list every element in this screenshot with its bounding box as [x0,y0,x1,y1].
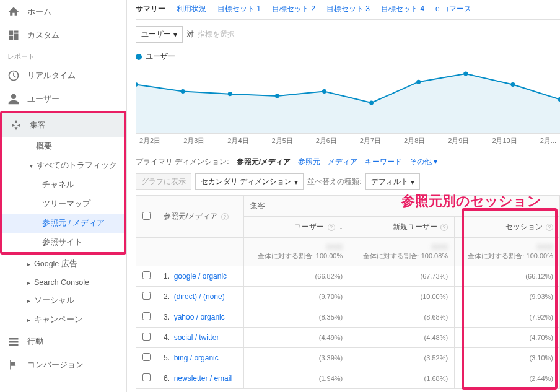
help-icon[interactable]: ? [440,224,448,231]
totals-user: 8888全体に対する割合: 100.00% [244,238,349,266]
help-icon[interactable]: ? [546,224,553,231]
row-checkbox[interactable] [142,353,151,361]
cell-new-user: (4.48%) [349,328,455,348]
row-checkbox[interactable] [142,373,151,381]
source-link[interactable]: newsletter / email [174,374,232,383]
table-row: 2. (direct) / (none)(9.70%)(10.00%)(9.93… [136,287,560,307]
cell-user: (8.35%) [244,307,349,328]
user-icon [7,93,20,105]
svg-point-7 [463,72,468,76]
tab-ecommerce[interactable]: e コマース [435,4,471,14]
cell-source: 5. bing / organic [157,348,244,368]
nav-conversion[interactable]: コンバージョン [0,353,126,377]
nav-overview[interactable]: 概要 [2,137,124,156]
cell-new-user: (3.52%) [349,348,455,368]
header-checkbox-cell [136,196,157,238]
header-new-user[interactable]: 新規ユーザー ? [349,217,455,238]
select-all-checkbox[interactable] [142,212,151,220]
nav-home[interactable]: ホーム [0,0,126,24]
vs-label: 対 [186,29,194,40]
line-chart[interactable] [136,66,560,134]
nav-label: 集客 [30,120,46,131]
sort-selector[interactable]: デフォルト ▾ [365,173,420,190]
totals-blank [136,238,244,266]
xaxis-tick: 2月10日 [492,136,517,146]
cell-new-user: (67.73%) [349,266,455,287]
dim-source[interactable]: 参照元 [298,157,320,167]
cell-source: 6. newsletter / email [157,368,244,389]
cell-user: (9.70%) [244,287,349,307]
source-link[interactable]: bing / organic [174,354,219,362]
cell-session: (7.92%) [455,307,560,328]
nav-label: Google 広告 [34,259,77,269]
secondary-dimension-selector[interactable]: セカンダリ ディメンション ▾ [195,173,304,190]
metric-selector[interactable]: ユーザー ▾ [136,26,183,43]
nav-label: 行動 [27,336,43,347]
nav-treemap[interactable]: ツリーマップ [2,194,124,214]
nav-source-media[interactable]: 参照元 / メディア [2,214,124,233]
nav-campaign[interactable]: ▸キャンペーン [0,310,126,329]
nav-label: ホーム [27,6,51,17]
help-icon[interactable]: ? [221,213,229,220]
nav-acquisition[interactable]: 集客 [2,113,124,137]
tab-goal4[interactable]: 目標セット 4 [381,4,424,14]
source-link[interactable]: yahoo / organic [174,313,225,321]
dim-other[interactable]: その他 ▾ [409,157,437,167]
nav-social[interactable]: ▸ソーシャル [0,291,126,310]
blurred-value: 8888 [431,243,448,251]
tab-goal3[interactable]: 目標セット 3 [326,4,370,14]
nav-channels[interactable]: チャネル [2,175,124,194]
dim-media[interactable]: メディア [328,157,357,167]
tab-usage[interactable]: 利用状況 [177,4,206,14]
dimension-label: プライマリ ディメンション: [136,157,229,167]
dim-active[interactable]: 参照元/メディア [237,157,291,167]
totals-session: 8888全体に対する割合: 100.00% [455,238,560,266]
nav-realtime[interactable]: リアルタイム [0,64,126,87]
nav-user[interactable]: ユーザー [0,87,126,111]
dim-keyword[interactable]: キーワード [365,157,402,167]
xaxis-tick: 2月3日 [183,136,204,146]
xaxis-tick: 2月... [540,136,556,146]
nav-referral[interactable]: 参照サイト [2,233,124,252]
flag-icon [7,359,20,371]
svg-point-3 [275,94,279,98]
acquisition-icon [10,119,22,131]
cell-source: 3. yahoo / organic [157,307,244,328]
source-link[interactable]: (direct) / (none) [174,292,225,301]
cell-session: (4.70%) [455,328,560,348]
row-checkbox[interactable] [142,312,151,320]
source-link[interactable]: google / organic [174,272,227,281]
dashboard-icon [7,29,20,41]
nav-label: ソーシャル [34,295,74,306]
nav-google-ads[interactable]: ▸Google 広告 [0,255,126,274]
metric-placeholder[interactable]: 指標を選択 [198,29,235,40]
chart-legend: ユーザー [136,49,560,66]
nav-all-traffic[interactable]: ▾ すべてのトラフィック [2,156,124,175]
legend-label: ユーザー [146,51,175,62]
tab-summary[interactable]: サマリー [136,4,165,14]
table-row: 4. social / twitter(4.49%)(4.48%)(4.70%) [136,328,560,348]
help-icon[interactable]: ? [328,224,335,231]
row-checkbox[interactable] [142,333,151,341]
source-link[interactable]: social / twitter [174,333,219,342]
nav-label: キャンペーン [34,315,82,325]
svg-point-6 [416,80,421,84]
header-source-media[interactable]: 参照元/メディア ? [157,196,244,238]
cell-session: (3.10%) [455,348,560,368]
nav-search-console[interactable]: ▸Search Console [0,274,126,291]
table-row: 5. bing / organic(3.39%)(3.52%)(3.10%) [136,348,560,368]
caret-down-icon: ▾ [30,162,33,169]
row-checkbox[interactable] [142,292,151,300]
header-session[interactable]: セッション ? [455,217,560,238]
nav-behavior[interactable]: 行動 [0,329,126,353]
data-table: 参照元/メディア ? 集客 ユーザー ? ↓ 新規ユーザー ? セッション ? … [136,195,560,389]
tab-goal2[interactable]: 目標セット 2 [272,4,315,14]
cell-source: 2. (direct) / (none) [157,287,244,307]
chart-toolbar: ユーザー ▾ 対 指標を選択 [136,20,560,49]
blurred-value: 8888 [326,243,343,251]
header-user[interactable]: ユーザー ? ↓ [244,217,349,238]
nav-custom[interactable]: カスタム [0,24,126,47]
tab-goal1[interactable]: 目標セット 1 [217,4,261,14]
sidebar-highlight-box: 集客 概要 ▾ すべてのトラフィック チャネル ツリーマップ 参照元 / メディ… [0,111,126,255]
row-checkbox[interactable] [142,271,151,279]
